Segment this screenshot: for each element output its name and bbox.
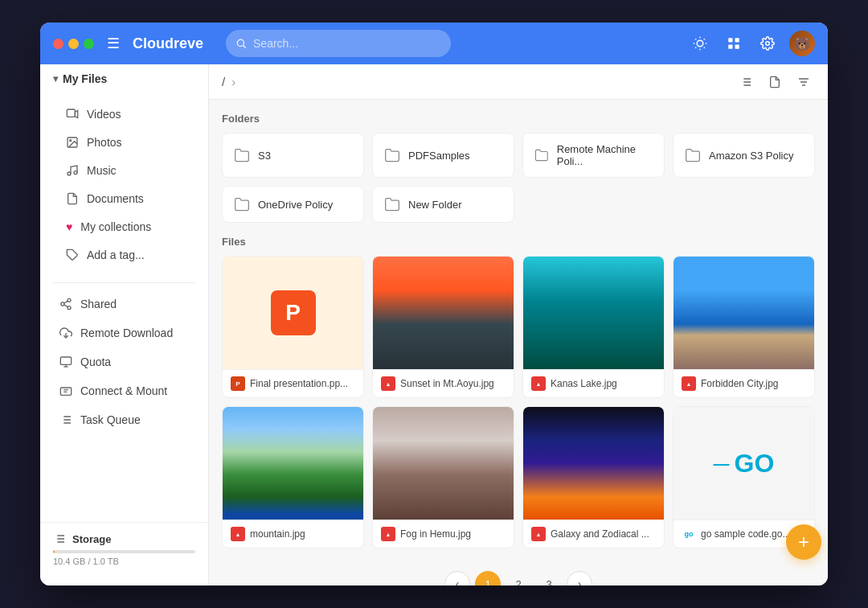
- file-thumbnail-kanas: [523, 257, 664, 369]
- svg-line-1: [244, 46, 246, 48]
- file-card-kanas[interactable]: ▲ Kanas Lake.jpg: [522, 256, 665, 398]
- svg-point-15: [766, 42, 770, 46]
- create-fab[interactable]: +: [786, 524, 821, 560]
- folder-new[interactable]: New Folder: [372, 186, 514, 223]
- page-2-btn[interactable]: 2: [506, 571, 531, 585]
- svg-point-21: [74, 171, 77, 175]
- svg-point-23: [68, 298, 71, 302]
- storage-section: Storage 10.4 GB / 1.0 TB: [40, 522, 208, 573]
- grid-view-icon[interactable]: [722, 31, 746, 55]
- file-thumbnail-galaxy: [523, 407, 664, 520]
- sidebar-item-add-tag[interactable]: Add a tag...: [47, 241, 202, 269]
- content-toolbar: / ›: [209, 64, 828, 100]
- video-icon: [66, 108, 79, 121]
- storage-fill: [53, 550, 55, 553]
- ppt-icon: P: [271, 290, 316, 335]
- folder-icon: [685, 147, 701, 163]
- svg-point-25: [68, 306, 71, 310]
- share-icon: [59, 298, 72, 310]
- sidebar-item-photos[interactable]: Photos: [47, 129, 202, 156]
- img-badge: ▲: [381, 527, 395, 541]
- file-info: ▲ Kanas Lake.jpg: [523, 369, 664, 397]
- folders-grid: S3 PDFSamples Remote Machine Poli... Ama…: [222, 133, 815, 223]
- storage-icon: [53, 532, 66, 545]
- img-badge: ▲: [381, 376, 395, 391]
- svg-line-6: [704, 47, 705, 48]
- file-card-forbidden[interactable]: ▲ Forbidden City.jpg: [673, 256, 815, 398]
- sidebar-item-shared[interactable]: Shared: [47, 290, 202, 318]
- connect-icon: [59, 384, 72, 397]
- file-card-ppt[interactable]: P P Final presentation.pp...: [222, 256, 364, 398]
- file-thumbnail-sunset: [373, 257, 514, 369]
- sidebar-item-task-queue[interactable]: Task Queue: [47, 406, 202, 433]
- sidebar-item-connect-mount[interactable]: Connect & Mount: [47, 377, 202, 405]
- file-card-mountain[interactable]: ▲ mountain.jpg: [222, 406, 364, 548]
- prev-page-btn[interactable]: ‹: [444, 571, 470, 585]
- sidebar-item-collections[interactable]: ♥ My collections: [47, 213, 202, 240]
- svg-rect-12: [735, 38, 739, 42]
- breadcrumb-root[interactable]: /: [222, 75, 225, 88]
- maximize-button[interactable]: [84, 39, 94, 49]
- files-label: Files: [222, 236, 815, 248]
- sidebar-item-documents[interactable]: Documents: [47, 185, 202, 212]
- menu-icon[interactable]: ☰: [107, 35, 120, 52]
- quota-icon: [59, 355, 72, 368]
- go-badge: go: [682, 527, 696, 541]
- svg-marker-17: [75, 110, 77, 117]
- folder-icon: [234, 147, 250, 163]
- theme-toggle-icon[interactable]: [688, 31, 712, 55]
- go-logo: —GO: [714, 449, 775, 479]
- folder-amazon-s3[interactable]: Amazon S3 Policy: [673, 133, 815, 178]
- folder-remote-machine[interactable]: Remote Machine Poli...: [522, 133, 665, 178]
- svg-rect-13: [728, 45, 732, 49]
- file-info: P Final presentation.pp...: [223, 369, 363, 397]
- content-area: / › Folders: [209, 64, 828, 585]
- file-browser: Folders S3 PDFSamples Remote Machine Pol…: [209, 100, 828, 585]
- file-thumbnail-forbidden: [674, 257, 814, 369]
- svg-point-0: [237, 39, 244, 46]
- tag-icon: [66, 249, 79, 261]
- next-page-btn[interactable]: ›: [567, 571, 592, 585]
- ppt-badge: P: [231, 376, 245, 391]
- file-card-sunset[interactable]: ▲ Sunset in Mt.Aoyu.jpg: [372, 256, 514, 398]
- folder-pdfsamples[interactable]: PDFSamples: [372, 133, 514, 178]
- svg-line-5: [695, 39, 696, 39]
- close-button[interactable]: [53, 39, 63, 49]
- heart-icon: ♥: [66, 220, 72, 233]
- svg-point-24: [61, 302, 64, 306]
- search-input[interactable]: [253, 37, 441, 50]
- traffic-lights: [53, 39, 94, 49]
- page-3-btn[interactable]: 3: [536, 571, 562, 585]
- folder-icon: [234, 196, 250, 212]
- minimize-button[interactable]: [68, 39, 79, 49]
- folders-label: Folders: [222, 113, 815, 125]
- folder-onedrive[interactable]: OneDrive Policy: [222, 186, 364, 223]
- my-files-toggle[interactable]: ▾ My Files: [40, 64, 208, 93]
- list-view-btn[interactable]: [735, 71, 757, 93]
- sort-btn[interactable]: [792, 71, 815, 93]
- page-1-btn[interactable]: 1: [475, 571, 501, 585]
- file-info: ▲ Fog in Hemu.jpg: [373, 520, 514, 548]
- sidebar-item-music[interactable]: Music: [47, 157, 202, 184]
- sidebar-item-remote-download[interactable]: Remote Download: [47, 319, 202, 347]
- folder-icon: [384, 196, 400, 212]
- file-card-fog[interactable]: ▲ Fog in Hemu.jpg: [372, 406, 514, 548]
- file-card-galaxy[interactable]: ▲ Galaxy and Zodiacal ...: [522, 406, 665, 548]
- sidebar-item-quota[interactable]: Quota: [47, 348, 202, 376]
- user-avatar[interactable]: 🐻: [789, 31, 815, 56]
- svg-rect-16: [67, 109, 75, 117]
- file-thumbnail-fog: [373, 407, 514, 520]
- sidebar-item-videos[interactable]: Videos: [47, 101, 202, 128]
- file-thumbnail-ppt: P: [223, 257, 363, 369]
- search-bar: [226, 30, 451, 57]
- sidebar-divider: [53, 282, 195, 283]
- upload-btn[interactable]: [764, 71, 786, 93]
- breadcrumb-separator: ›: [231, 75, 235, 88]
- music-icon: [66, 164, 79, 177]
- folder-s3[interactable]: S3: [222, 133, 364, 178]
- files-grid: P P Final presentation.pp... ▲ Sunset in…: [222, 256, 815, 548]
- document-icon: [66, 192, 79, 205]
- settings-icon[interactable]: [755, 31, 780, 55]
- task-icon: [59, 413, 72, 426]
- app-title: Cloudreve: [133, 35, 203, 52]
